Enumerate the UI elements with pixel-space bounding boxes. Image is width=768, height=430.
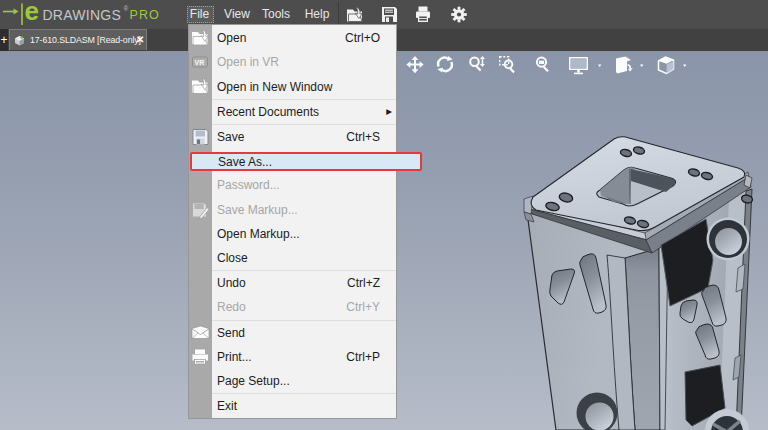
svg-text:DRAWINGS: DRAWINGS [43,7,121,23]
svg-text:VR: VR [195,59,205,66]
svg-text:PRO: PRO [130,8,160,22]
svg-text:e: e [25,0,39,26]
svg-text:®: ® [124,5,129,12]
